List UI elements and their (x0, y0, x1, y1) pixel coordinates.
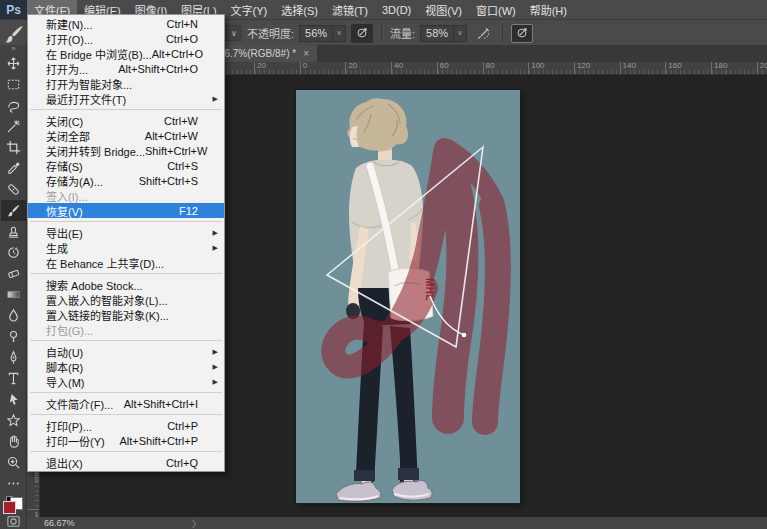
ruler-tick-label: 120 (574, 62, 590, 74)
menubar-item[interactable]: 滤镜(T) (325, 0, 375, 19)
pen-tool-icon[interactable] (1, 347, 26, 368)
healing-brush-tool-icon[interactable] (1, 179, 26, 200)
menubar-item[interactable]: 帮助(H) (523, 0, 574, 19)
collapse-panel-icon[interactable]: » (0, 45, 26, 53)
menu-item[interactable]: 置入嵌入的智能对象(L)... (28, 292, 224, 307)
airbrush-icon[interactable] (472, 24, 494, 43)
flow-value[interactable]: 58% (420, 25, 454, 42)
opacity-dropdown-icon[interactable]: ∨ (333, 25, 346, 42)
menu-separator (30, 451, 222, 452)
ruler-tick-label: 20 (345, 62, 357, 74)
menu-item[interactable]: 关闭全部Alt+Ctrl+W (28, 128, 224, 143)
hand-tool-icon[interactable] (1, 431, 26, 452)
menubar-item[interactable]: 选择(S) (274, 0, 325, 19)
dodge-tool-icon[interactable] (1, 326, 26, 347)
menu-item[interactable]: 恢复(V)F12 (28, 203, 224, 218)
menu-item[interactable]: 关闭(C)Ctrl+W (28, 113, 224, 128)
ps-logo: Ps (0, 0, 27, 19)
eraser-tool-icon[interactable] (1, 263, 26, 284)
file-menu-dropdown: 新建(N)...Ctrl+N打开(O)...Ctrl+O在 Bridge 中浏览… (27, 14, 225, 472)
menu-separator (30, 221, 222, 222)
status-chevron-icon[interactable]: 〉 (192, 517, 201, 529)
menu-separator (30, 414, 222, 415)
marquee-tool-icon[interactable] (1, 74, 26, 95)
move-tool-icon[interactable] (1, 53, 26, 74)
menubar-item[interactable]: 文字(Y) (224, 0, 275, 19)
zoom-level-field[interactable]: 66.67% (27, 518, 75, 528)
menu-item[interactable]: 存储为(A)...Shift+Ctrl+S (28, 173, 224, 188)
menu-item[interactable]: 在 Bridge 中浏览(B)...Alt+Ctrl+O (28, 46, 224, 61)
menu-item[interactable]: 置入链接的智能对象(K)... (28, 307, 224, 322)
ruler-tick-label: 180 (27, 509, 40, 518)
ruler-tick-label: 100 (528, 62, 544, 74)
tools-panel: » (0, 45, 27, 529)
shape-tool-icon[interactable] (1, 410, 26, 431)
type-tool-icon[interactable] (1, 368, 26, 389)
menu-item[interactable]: 在 Behance 上共享(D)... (28, 255, 224, 270)
foreground-background-swatches[interactable] (3, 501, 23, 510)
flow-label: 流量: (390, 25, 415, 41)
edit-toolbar-ellipsis-icon[interactable] (1, 473, 26, 494)
ruler-tick-label: 180 (711, 62, 727, 74)
ruler-tick-label: 40 (391, 62, 403, 74)
foreground-color-swatch[interactable] (3, 501, 16, 514)
zoom-tool-icon[interactable] (1, 452, 26, 473)
pressure-opacity-icon[interactable] (351, 24, 373, 43)
document-canvas[interactable]: MHL (296, 90, 520, 503)
path-select-tool-icon[interactable] (1, 389, 26, 410)
ruler-tick-label: 0 (300, 62, 307, 74)
menu-item[interactable]: 自动(U)▶ (28, 344, 224, 359)
menubar-item[interactable]: 视图(V) (418, 0, 469, 19)
menubar-item[interactable]: 3D(D) (375, 0, 418, 19)
menu-item[interactable]: 打印(P)...Ctrl+P (28, 418, 224, 433)
menu-item[interactable]: 脚本(R)▶ (28, 359, 224, 374)
pressure-size-icon[interactable] (511, 24, 533, 43)
menu-item[interactable]: 关闭并转到 Bridge...Shift+Ctrl+W (28, 143, 224, 158)
menu-item[interactable]: 打包(G)... (28, 322, 224, 337)
lasso-tool-icon[interactable] (1, 95, 26, 116)
menu-item[interactable]: 打开(O)...Ctrl+O (28, 31, 224, 46)
menu-item[interactable]: 打开为...Alt+Shift+Ctrl+O (28, 61, 224, 76)
submenu-arrow-icon: ▶ (210, 229, 218, 237)
flow-dropdown-icon[interactable]: ∨ (454, 25, 467, 42)
menu-item[interactable]: 生成▶ (28, 240, 224, 255)
document-tab-title: 66.7%(RGB/8#) * (219, 48, 296, 59)
menu-item[interactable]: 签入(I)... (28, 188, 224, 203)
options-divider (381, 24, 382, 42)
history-brush-tool-icon[interactable] (1, 242, 26, 263)
menu-item[interactable]: 退出(X)Ctrl+Q (28, 455, 224, 470)
menu-item[interactable]: 打开为智能对象... (28, 76, 224, 91)
menu-item[interactable]: 新建(N)...Ctrl+N (28, 16, 224, 31)
magic-wand-tool-icon[interactable] (1, 116, 26, 137)
menu-item[interactable]: 搜索 Adobe Stock... (28, 277, 224, 292)
menu-item[interactable]: 导出(E)▶ (28, 225, 224, 240)
menubar-item[interactable]: 窗口(W) (469, 0, 523, 19)
eyedropper-tool-icon[interactable] (1, 158, 26, 179)
menu-item[interactable]: 导入(M)▶ (28, 374, 224, 389)
ruler-tick-label: 160 (665, 62, 681, 74)
opacity-value[interactable]: 56% (299, 25, 333, 42)
ruler-tick-label: 60 (437, 62, 449, 74)
quick-mask-icon[interactable] (1, 514, 26, 529)
menu-separator (30, 109, 222, 110)
clone-stamp-tool-icon[interactable] (1, 221, 26, 242)
menu-item[interactable]: 文件简介(F)...Alt+Shift+Ctrl+I (28, 396, 224, 411)
menu-separator (30, 392, 222, 393)
submenu-arrow-icon: ▶ (210, 244, 218, 252)
submenu-arrow-icon: ▶ (210, 348, 218, 356)
brush-tool-icon[interactable] (1, 200, 26, 221)
photoshop-window: Ps 文件(F)编辑(E)图像(I)图层(L)文字(Y)选择(S)滤镜(T)3D… (0, 0, 767, 529)
blend-mode-dropdown[interactable]: ∨ (226, 25, 242, 41)
crop-tool-icon[interactable] (1, 137, 26, 158)
tab-close-icon[interactable]: × (303, 49, 309, 59)
submenu-arrow-icon: ▶ (210, 363, 218, 371)
blur-tool-icon[interactable] (1, 305, 26, 326)
submenu-arrow-icon: ▶ (210, 378, 218, 386)
options-divider (502, 24, 503, 42)
menu-item[interactable]: 存储(S)Ctrl+S (28, 158, 224, 173)
menu-item[interactable]: 打印一份(Y)Alt+Shift+Ctrl+P (28, 433, 224, 448)
menu-item[interactable]: 最近打开文件(T)▶ (28, 91, 224, 106)
brush-preset-picker[interactable] (3, 23, 25, 43)
artwork-illustration: MHL (296, 90, 520, 503)
gradient-tool-icon[interactable] (1, 284, 26, 305)
